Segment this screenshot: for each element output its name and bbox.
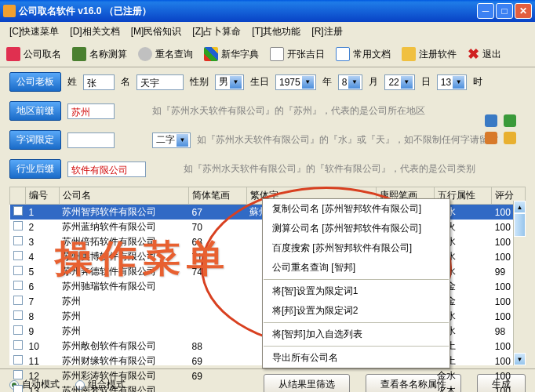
calendar-icon — [270, 47, 284, 61]
tool-dict[interactable]: 新华字典 — [202, 44, 260, 64]
gender-select[interactable]: 男▼ — [215, 74, 244, 90]
size-select[interactable]: 二字▼ — [152, 132, 191, 148]
context-menu-item[interactable]: 将[智邦]加入自选列表 — [263, 325, 449, 344]
tool-dup[interactable]: 重名查询 — [136, 44, 195, 64]
menu-folk[interactable]: [M]民俗知识 — [126, 24, 187, 40]
context-menu-item[interactable]: 导出所有公司名 — [263, 348, 449, 368]
menu-register[interactable]: [R]注册 — [307, 24, 347, 40]
region-input[interactable]: 苏州 — [67, 103, 115, 119]
maximize-button[interactable]: □ — [496, 3, 513, 19]
context-menu-item[interactable]: 将[邦]设置为限定词2 — [263, 301, 449, 321]
row-checkbox[interactable] — [13, 206, 23, 216]
document-icon — [336, 47, 350, 61]
vertical-scrollbar[interactable]: ▲ ▼ — [513, 201, 526, 365]
close-button[interactable]: ✕ — [515, 3, 532, 19]
chevron-down-icon: ▼ — [177, 134, 188, 147]
table-header[interactable]: 编号 — [26, 187, 60, 205]
windows-icon — [204, 47, 218, 61]
menu-other[interactable]: [T]其他功能 — [247, 24, 305, 40]
table-row[interactable]: 13苏州南梦软件有限公司火木100 — [10, 383, 526, 392]
context-menu-item[interactable]: 测算公司名 [苏州智邦软件有限公司] — [263, 219, 449, 238]
menu-fortune[interactable]: [Z]占卜算命 — [187, 24, 246, 40]
word-button[interactable]: 字词限定 — [9, 130, 61, 150]
check-icon — [72, 47, 86, 61]
row-checkbox[interactable] — [13, 236, 23, 245]
context-menu-item[interactable]: 复制公司名 [苏州智邦软件有限公司] — [263, 199, 449, 219]
industry-input[interactable]: 软件有限公司 — [67, 162, 146, 177]
month-select[interactable]: 8▼ — [338, 74, 363, 90]
table-header[interactable]: 公司名 — [59, 187, 188, 205]
results-table: 编号公司名简体笔画繁体字康熙笔画五行属性评分 1苏州智邦软件有限公司67蘇州智邦… — [9, 187, 526, 365]
context-menu-item[interactable]: 公司重名查询 [智邦] — [263, 258, 449, 278]
hour-select[interactable]: 13▼ — [437, 74, 467, 90]
exit-icon: ✖ — [468, 45, 479, 63]
surname-input[interactable]: 张 — [83, 74, 115, 90]
row-checkbox[interactable] — [13, 355, 23, 365]
row-checkbox[interactable] — [13, 325, 23, 335]
toolbar: 公司取名 名称测算 重名查询 新华字典 开张吉日 常用文档 注册软件 ✖退出 — [0, 42, 535, 67]
tool-luck[interactable]: 开张吉日 — [268, 44, 326, 64]
chevron-down-icon: ▼ — [348, 76, 360, 89]
tool-reg[interactable]: 注册软件 — [400, 44, 458, 64]
surname-label: 姓 — [67, 75, 77, 89]
row-checkbox[interactable] — [13, 340, 23, 350]
boss-button[interactable]: 公司老板 — [9, 72, 61, 92]
menu-docs[interactable]: [D]相关文档 — [65, 24, 124, 40]
context-menu-item[interactable]: 百度搜索 [苏州智邦软件有限公司] — [263, 238, 449, 258]
table-row[interactable]: 12苏州彩涛软件有限公司69金水100 — [10, 368, 526, 383]
menu-bar: [C]快速菜单 [D]相关文档 [M]民俗知识 [Z]占卜算命 [T]其他功能 … — [0, 22, 535, 42]
chevron-down-icon: ▼ — [302, 76, 314, 89]
tool-test[interactable]: 名称测算 — [71, 44, 129, 64]
row-checkbox[interactable] — [13, 296, 23, 305]
heart-icon — [6, 47, 20, 61]
magnifier-icon — [138, 47, 152, 61]
region-button[interactable]: 地区前缀 — [9, 101, 61, 121]
gender-label: 性别 — [190, 75, 209, 89]
word-input[interactable] — [67, 132, 115, 148]
key-icon — [402, 47, 416, 61]
chevron-down-icon: ▼ — [401, 76, 413, 89]
chevron-down-icon: ▼ — [230, 76, 242, 89]
row-checkbox[interactable] — [13, 310, 23, 320]
scroll-up-button[interactable]: ▲ — [514, 201, 526, 213]
row-checkbox[interactable] — [13, 221, 23, 230]
table-header[interactable]: 简体笔画 — [189, 187, 247, 205]
year-select[interactable]: 1975▼ — [275, 74, 316, 90]
context-menu: 复制公司名 [苏州智邦软件有限公司]测算公司名 [苏州智邦软件有限公司]百度搜索… — [262, 198, 450, 368]
window-title: 公司取名软件 v16.0 （已注册） — [19, 5, 477, 18]
chevron-down-icon: ▼ — [453, 76, 464, 89]
tool-naming[interactable]: 公司取名 — [5, 44, 63, 64]
title-bar: 公司取名软件 v16.0 （已注册） ─ □ ✕ — [0, 0, 535, 22]
row-checkbox[interactable] — [13, 266, 23, 275]
scroll-thumb[interactable] — [514, 213, 526, 237]
industry-hint: 如『苏州水天软件有限公司』的『软件有限公司』，代表的是公司类别 — [184, 162, 475, 176]
name-label: 名 — [121, 75, 130, 89]
industry-button[interactable]: 行业后缀 — [9, 159, 61, 179]
office-logo-icon — [485, 114, 516, 144]
scroll-down-button[interactable]: ▼ — [514, 353, 526, 365]
name-input[interactable]: 天宇 — [136, 74, 184, 90]
row-checkbox[interactable] — [13, 251, 23, 260]
row-checkbox[interactable] — [13, 385, 23, 392]
app-icon — [3, 5, 16, 17]
tool-exit[interactable]: ✖退出 — [466, 44, 503, 64]
context-menu-item[interactable]: 将[智]设置为限定词1 — [263, 281, 449, 301]
word-hint: 如『苏州水天软件有限公司』的『水』或『天』，如不限制任何字请留空 — [197, 133, 498, 147]
row-checkbox[interactable] — [13, 370, 23, 379]
minimize-button[interactable]: ─ — [477, 3, 494, 19]
day-select[interactable]: 22▼ — [384, 74, 414, 90]
tool-docs[interactable]: 常用文档 — [334, 44, 392, 64]
row-checkbox[interactable] — [13, 281, 23, 290]
region-hint: 如『苏州水天软件有限公司』的『苏州』，代表的是公司所在地区 — [152, 104, 425, 118]
menu-quick[interactable]: [C]快速菜单 — [5, 24, 64, 40]
birth-label: 生日 — [250, 75, 269, 89]
